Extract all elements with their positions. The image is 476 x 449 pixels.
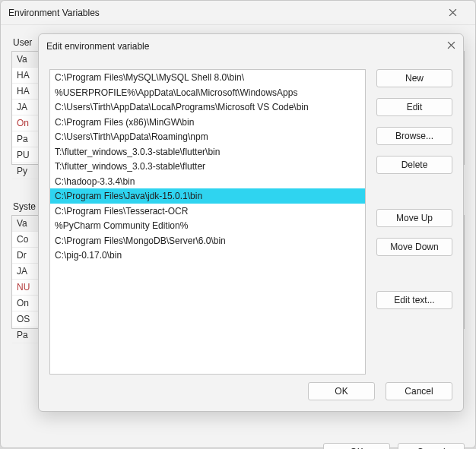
edit-env-var-content: C:\Program Files\MySQL\MySQL Shell 8.0\b…	[39, 58, 463, 375]
moveup-button[interactable]: Move Up	[376, 209, 452, 227]
path-entry[interactable]: C:\Program Files (x86)\MinGW\bin	[50, 115, 365, 130]
edit-env-var-title: Edit environment variable	[46, 41, 447, 52]
path-entry[interactable]: C:\Program Files\Java\jdk-15.0.1\bin	[50, 188, 365, 204]
path-entry[interactable]: C:\Program Files\MySQL\MySQL Shell 8.0\b…	[50, 70, 365, 85]
edit-env-var-titlebar: Edit environment variable	[39, 34, 463, 58]
path-entry[interactable]: %USERPROFILE%\AppData\Local\Microsoft\Wi…	[50, 85, 365, 100]
new-button[interactable]: New	[376, 69, 452, 87]
delete-button[interactable]: Delete	[376, 156, 452, 174]
path-entries-list[interactable]: C:\Program Files\MySQL\MySQL Shell 8.0\b…	[49, 69, 366, 375]
path-entry[interactable]: T:\flutter_windows_3.0.3-stable\flutter	[50, 159, 365, 174]
edit-button[interactable]: Edit	[376, 98, 452, 116]
path-entry[interactable]: C:\Program Files\MongoDB\Server\6.0\bin	[50, 233, 365, 248]
close-icon[interactable]	[437, 2, 468, 24]
edittext-button[interactable]: Edit text...	[376, 291, 452, 309]
env-vars-title: Environment Variables	[8, 8, 437, 18]
path-entry[interactable]: C:\pig-0.17.0\bin	[50, 248, 365, 263]
edit-env-var-footer: OK Cancel	[39, 375, 463, 411]
path-entry[interactable]: C:\Users\Tirth\AppData\Local\Programs\Mi…	[50, 100, 365, 115]
browse-button[interactable]: Browse...	[376, 127, 452, 145]
outer-cancel-button[interactable]: Cancel	[398, 443, 465, 449]
env-vars-titlebar: Environment Variables	[1, 1, 475, 25]
path-entry[interactable]: T:\flutter_windows_3.0.3-stable\flutter\…	[50, 144, 365, 160]
path-entry[interactable]: C:\Users\Tirth\AppData\Roaming\npm	[50, 129, 365, 144]
movedown-button[interactable]: Move Down	[376, 238, 452, 256]
path-entry[interactable]: C:\hadoop-3.3.4\bin	[50, 174, 365, 189]
close-icon[interactable]	[447, 41, 455, 52]
path-entry[interactable]: %PyCharm Community Edition%	[50, 218, 365, 233]
path-entry[interactable]: C:\Program Files\Tesseract-OCR	[50, 204, 365, 219]
side-buttons: New Edit Browse... Delete Move Up Move D…	[376, 69, 452, 375]
inner-ok-button[interactable]: OK	[308, 382, 375, 400]
outer-ok-button[interactable]: OK	[323, 443, 390, 449]
edit-env-var-dialog: Edit environment variable C:\Program Fil…	[38, 33, 464, 412]
inner-cancel-button[interactable]: Cancel	[386, 382, 452, 400]
